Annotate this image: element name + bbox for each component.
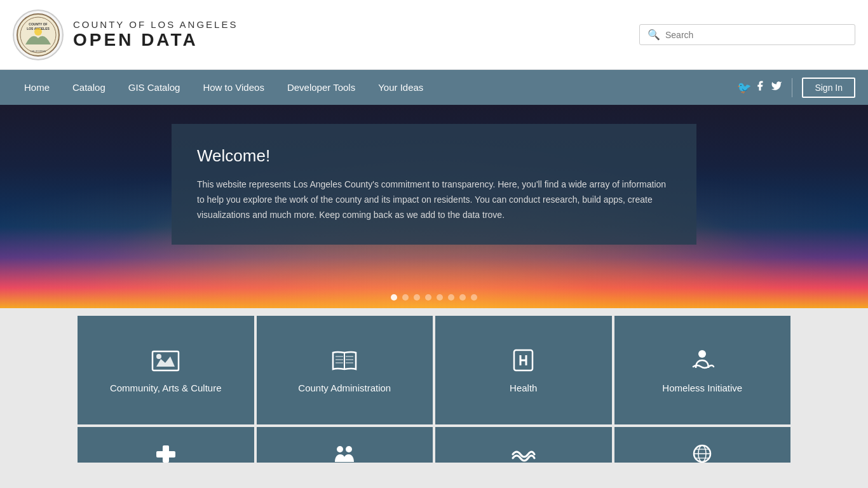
category-row2-3[interactable] xyxy=(434,426,613,464)
svg-point-23 xyxy=(337,446,343,452)
category-icon-row2-1 xyxy=(154,443,178,464)
category-health[interactable]: Health xyxy=(434,315,613,426)
svg-point-20 xyxy=(698,350,706,358)
category-grid-row2 xyxy=(0,426,868,464)
nav-links: Home Catalog GIS Catalog How to Videos D… xyxy=(13,70,435,105)
hero-title: Welcome! xyxy=(197,146,671,166)
hero-dot-7[interactable] xyxy=(459,294,466,301)
hero-dot-4[interactable] xyxy=(425,294,431,301)
category-grid-row1: Community, Arts & Culture County Adminis… xyxy=(0,315,868,426)
county-seal: COUNTY OF LOS ANGELES CALIFORNIA xyxy=(13,10,64,60)
hero-dot-1[interactable] xyxy=(391,294,397,301)
category-icon-row2-2 xyxy=(332,443,356,464)
county-line: COUNTY OF LOS ANGELES xyxy=(73,19,238,30)
search-area: 🔍 xyxy=(639,24,855,45)
open-data-line: OPEN DATA xyxy=(73,30,238,50)
nav-item-your-ideas[interactable]: Your Ideas xyxy=(367,70,435,105)
svg-text:CALIFORNIA: CALIFORNIA xyxy=(31,50,46,53)
svg-point-4 xyxy=(34,28,42,36)
logo-text: COUNTY OF LOS ANGELES OPEN DATA xyxy=(73,19,238,50)
sign-in-button[interactable]: Sign In xyxy=(802,78,855,98)
nav-item-developer-tools[interactable]: Developer Tools xyxy=(276,70,367,105)
nav-link-home[interactable]: Home xyxy=(13,70,61,105)
nav-item-how-to-videos[interactable]: How to Videos xyxy=(191,70,275,105)
nav-link-gis-catalog[interactable]: GIS Catalog xyxy=(117,70,192,105)
category-icon-row2-3 xyxy=(512,443,536,464)
hero-dot-2[interactable] xyxy=(402,294,409,301)
hero-dot-8[interactable] xyxy=(471,294,477,301)
category-label-admin: County Administration xyxy=(298,383,391,393)
category-label-community: Community, Arts & Culture xyxy=(110,383,222,393)
category-label-health: Health xyxy=(510,383,537,393)
category-icon-admin xyxy=(330,348,359,373)
svg-point-8 xyxy=(156,354,161,359)
category-icon-homeless xyxy=(688,348,717,373)
nav-link-catalog[interactable]: Catalog xyxy=(61,70,117,105)
svg-rect-22 xyxy=(156,451,175,458)
nav-item-catalog[interactable]: Catalog xyxy=(61,70,117,105)
twitter-icon[interactable] xyxy=(771,80,782,95)
category-icon-row2-4 xyxy=(690,443,714,464)
nav-link-how-to-videos[interactable]: How to Videos xyxy=(191,70,275,105)
nav-right: 🐦 Sign In xyxy=(737,78,855,98)
hero-dots xyxy=(391,294,477,301)
category-icon-health xyxy=(509,348,538,373)
hero-dot-6[interactable] xyxy=(448,294,454,301)
svg-point-24 xyxy=(346,446,352,452)
nav-link-developer-tools[interactable]: Developer Tools xyxy=(276,70,367,105)
category-homeless-initiative[interactable]: Homeless Initiative xyxy=(613,315,792,426)
svg-rect-6 xyxy=(153,351,179,370)
header: COUNTY OF LOS ANGELES CALIFORNIA COUNTY … xyxy=(0,0,868,70)
category-label-homeless: Homeless Initiative xyxy=(662,383,742,393)
category-community-arts-culture[interactable]: Community, Arts & Culture xyxy=(76,315,255,426)
category-row2-1[interactable] xyxy=(76,426,255,464)
nav-item-gis-catalog[interactable]: GIS Catalog xyxy=(117,70,192,105)
hero-banner: Welcome! This website represents Los Ang… xyxy=(0,105,868,308)
nav-link-your-ideas[interactable]: Your Ideas xyxy=(367,70,435,105)
facebook-icon[interactable]: 🐦 xyxy=(737,80,766,95)
search-input[interactable] xyxy=(665,30,847,40)
search-icon: 🔍 xyxy=(648,29,660,41)
nav-item-home[interactable]: Home xyxy=(13,70,61,105)
category-county-administration[interactable]: County Administration xyxy=(255,315,435,426)
category-row2-2[interactable] xyxy=(255,426,435,464)
hero-body: This website represents Los Angeles Coun… xyxy=(197,177,671,222)
category-icon-community xyxy=(151,348,180,373)
hero-content: Welcome! This website represents Los Ang… xyxy=(172,124,696,245)
nav-divider xyxy=(792,78,792,97)
main-nav: Home Catalog GIS Catalog How to Videos D… xyxy=(0,70,868,105)
category-row2-4[interactable] xyxy=(613,426,792,464)
social-icons: 🐦 xyxy=(737,80,782,95)
svg-text:COUNTY OF: COUNTY OF xyxy=(29,22,47,26)
search-box[interactable]: 🔍 xyxy=(639,24,855,45)
hero-dot-5[interactable] xyxy=(437,294,443,301)
hero-dot-3[interactable] xyxy=(414,294,420,301)
logo-area: COUNTY OF LOS ANGELES CALIFORNIA COUNTY … xyxy=(13,10,238,60)
